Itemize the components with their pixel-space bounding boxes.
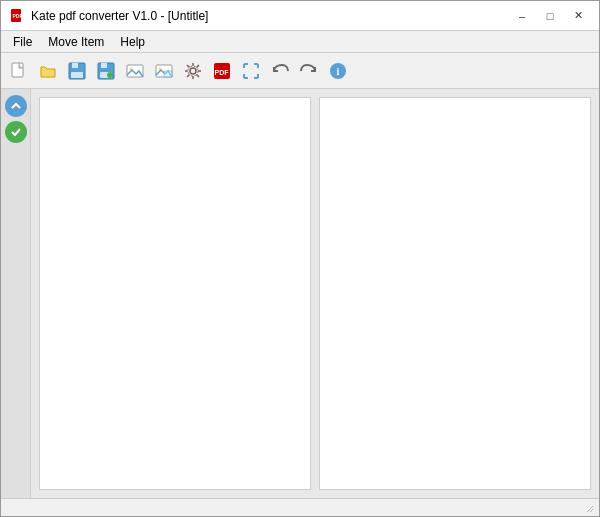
svg-rect-10 [127,65,143,77]
move-down-button[interactable] [5,121,27,143]
open-button[interactable] [34,57,62,85]
open-icon [38,61,58,81]
save-small-icon [67,61,87,81]
checkmark-icon [10,126,22,138]
redo-icon [299,61,319,81]
title-bar: PDF Kate pdf converter V1.0 - [Untitle] … [1,1,599,31]
svg-line-22 [590,509,593,512]
info-button[interactable]: i [324,57,352,85]
svg-point-9 [107,72,113,78]
redo-button[interactable] [295,57,323,85]
pdf-button[interactable]: PDF [208,57,236,85]
save-icon [96,61,116,81]
panels-area [31,89,599,498]
new-button[interactable] [5,57,33,85]
maximize-button[interactable]: □ [537,5,563,27]
undo-button[interactable] [266,57,294,85]
svg-rect-7 [101,63,107,68]
svg-text:PDF: PDF [13,13,23,19]
svg-point-15 [190,68,196,74]
save-button[interactable] [92,57,120,85]
left-panel [39,97,311,490]
settings-button[interactable] [179,57,207,85]
app-icon: PDF [9,8,25,24]
save-small-button[interactable] [63,57,91,85]
title-bar-controls: – □ ✕ [509,5,591,27]
svg-text:i: i [337,66,340,77]
undo-icon [270,61,290,81]
menu-move-item[interactable]: Move Item [40,33,112,51]
toolbar: PDF i [1,53,599,89]
app-title: Kate pdf converter V1.0 - [Untitle] [31,9,208,23]
svg-line-21 [587,506,593,512]
minimize-button[interactable]: – [509,5,535,27]
svg-rect-14 [164,71,172,77]
right-panel [319,97,591,490]
image2-icon [154,61,174,81]
new-icon [9,61,29,81]
fit-button[interactable] [237,57,265,85]
title-bar-left: PDF Kate pdf converter V1.0 - [Untitle] [9,8,208,24]
image2-button[interactable] [150,57,178,85]
svg-rect-5 [71,72,83,78]
pdf-icon: PDF [212,61,232,81]
image1-icon [125,61,145,81]
menu-bar: File Move Item Help [1,31,599,53]
left-sidebar [1,89,31,498]
svg-rect-2 [12,63,23,77]
info-icon: i [328,61,348,81]
svg-rect-4 [72,63,78,68]
menu-help[interactable]: Help [112,33,153,51]
menu-file[interactable]: File [5,33,40,51]
fit-icon [241,61,261,81]
settings-icon [183,61,203,81]
main-content [1,89,599,498]
image1-button[interactable] [121,57,149,85]
status-bar [1,498,599,516]
main-window: PDF Kate pdf converter V1.0 - [Untitle] … [0,0,600,517]
svg-text:PDF: PDF [215,69,230,76]
resize-handle-icon [583,502,595,514]
chevron-up-icon [10,100,22,112]
close-button[interactable]: ✕ [565,5,591,27]
move-up-button[interactable] [5,95,27,117]
